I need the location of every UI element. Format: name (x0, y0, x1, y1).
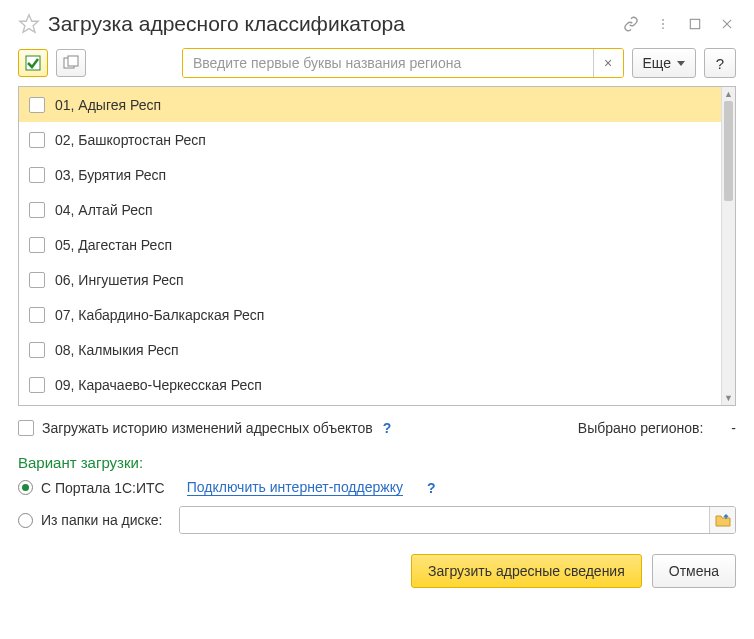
variant-folder-row: Из папки на диске: (18, 506, 736, 534)
region-checkbox[interactable] (29, 202, 45, 218)
svg-marker-10 (677, 61, 685, 66)
svg-rect-4 (690, 19, 699, 28)
region-label: 04, Алтай Респ (55, 202, 153, 218)
clear-search-icon[interactable]: × (593, 49, 623, 77)
portal-help-icon[interactable]: ? (425, 480, 438, 496)
region-label: 07, Кабардино-Балкарская Респ (55, 307, 264, 323)
scroll-thumb[interactable] (724, 101, 733, 201)
cancel-button[interactable]: Отмена (652, 554, 736, 588)
variant-portal-row: С Портала 1С:ИТС Подключить интернет-под… (18, 479, 736, 496)
region-checkbox[interactable] (29, 167, 45, 183)
region-checkbox[interactable] (29, 97, 45, 113)
region-row[interactable]: 03, Бурятия Респ (19, 157, 721, 192)
maximize-icon[interactable] (686, 15, 704, 33)
region-checkbox[interactable] (29, 272, 45, 288)
region-checkbox[interactable] (29, 307, 45, 323)
region-label: 03, Бурятия Респ (55, 167, 166, 183)
region-row[interactable]: 04, Алтай Респ (19, 192, 721, 227)
region-checkbox[interactable] (29, 237, 45, 253)
svg-rect-9 (68, 56, 78, 66)
link-icon[interactable] (622, 15, 640, 33)
svg-point-1 (662, 19, 664, 21)
region-list-container: 01, Адыгея Респ02, Башкортостан Респ03, … (18, 86, 736, 406)
svg-marker-0 (20, 15, 38, 32)
options-row: Загружать историю изменений адресных объ… (18, 420, 736, 436)
scroll-up-icon[interactable]: ▲ (722, 87, 735, 101)
titlebar: Загрузка адресного классификатора (18, 12, 736, 36)
more-button[interactable]: Еще (632, 48, 697, 78)
region-row[interactable]: 05, Дагестан Респ (19, 227, 721, 262)
select-all-button[interactable] (18, 49, 48, 77)
search-field: × (182, 48, 624, 78)
window-title: Загрузка адресного классификатора (48, 12, 622, 36)
radio-folder[interactable] (18, 513, 33, 528)
folder-path-input[interactable] (180, 507, 709, 533)
svg-point-2 (662, 23, 664, 25)
radio-folder-label: Из папки на диске: (41, 512, 171, 528)
kebab-menu-icon[interactable] (654, 15, 672, 33)
deselect-all-button[interactable] (56, 49, 86, 77)
selected-regions-value: - (711, 420, 736, 436)
region-row[interactable]: 06, Ингушетия Респ (19, 262, 721, 297)
close-icon[interactable] (718, 15, 736, 33)
region-row[interactable]: 09, Карачаево-Черкесская Респ (19, 367, 721, 402)
region-label: 02, Башкортостан Респ (55, 132, 206, 148)
help-button[interactable]: ? (704, 48, 736, 78)
search-input[interactable] (183, 49, 593, 77)
scrollbar[interactable]: ▲ ▼ (721, 87, 735, 405)
more-button-label: Еще (643, 55, 672, 71)
toolbar: × Еще ? (18, 48, 736, 78)
region-list: 01, Адыгея Респ02, Башкортостан Респ03, … (19, 87, 721, 405)
connect-support-link[interactable]: Подключить интернет-поддержку (187, 479, 403, 496)
favorite-star-icon[interactable] (18, 13, 40, 35)
selected-regions-label: Выбрано регионов: (578, 420, 704, 436)
region-label: 08, Калмыкия Респ (55, 342, 179, 358)
svg-point-3 (662, 27, 664, 29)
footer: Загрузить адресные сведения Отмена (18, 554, 736, 588)
region-label: 06, Ингушетия Респ (55, 272, 184, 288)
region-label: 09, Карачаево-Черкесская Респ (55, 377, 262, 393)
radio-portal[interactable] (18, 480, 33, 495)
region-checkbox[interactable] (29, 132, 45, 148)
load-button[interactable]: Загрузить адресные сведения (411, 554, 642, 588)
history-label: Загружать историю изменений адресных объ… (42, 420, 373, 436)
region-checkbox[interactable] (29, 342, 45, 358)
variant-title: Вариант загрузки: (18, 454, 736, 471)
radio-portal-label: С Портала 1С:ИТС (41, 480, 165, 496)
region-row[interactable]: 01, Адыгея Респ (19, 87, 721, 122)
history-help-icon[interactable]: ? (381, 420, 394, 436)
scroll-down-icon[interactable]: ▼ (722, 391, 735, 405)
browse-folder-icon[interactable] (709, 507, 735, 533)
history-checkbox[interactable] (18, 420, 34, 436)
region-checkbox[interactable] (29, 377, 45, 393)
region-row[interactable]: 07, Кабардино-Балкарская Респ (19, 297, 721, 332)
region-label: 05, Дагестан Респ (55, 237, 172, 253)
region-row[interactable]: 08, Калмыкия Респ (19, 332, 721, 367)
region-row[interactable]: 02, Башкортостан Респ (19, 122, 721, 157)
region-label: 01, Адыгея Респ (55, 97, 161, 113)
